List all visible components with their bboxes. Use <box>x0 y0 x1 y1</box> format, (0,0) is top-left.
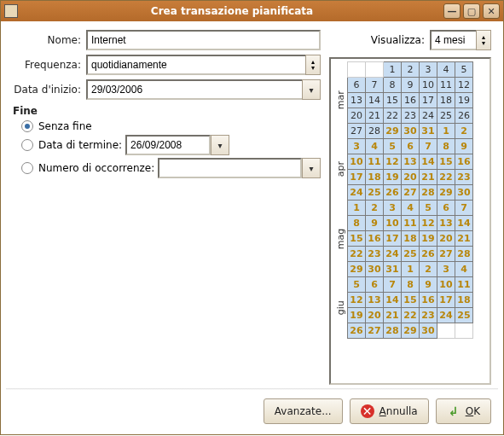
minimize-button[interactable]: — <box>443 3 461 19</box>
frequency-stepper[interactable]: ▴▾ <box>305 55 321 75</box>
calendar-day: 23 <box>420 308 437 323</box>
calendar-day: 23 <box>455 170 473 185</box>
view-months-stepper[interactable]: ▴▾ <box>476 30 491 50</box>
calendar-day: 30 <box>455 185 473 201</box>
calendar-day: 25 <box>402 247 420 262</box>
radio-end-date[interactable] <box>21 139 33 151</box>
cancel-button[interactable]: ✕ Annulla <box>350 398 429 424</box>
radio-no-end[interactable] <box>21 120 33 132</box>
calendar-day: 6 <box>348 78 366 93</box>
end-date-input[interactable] <box>125 135 211 155</box>
app-icon <box>4 4 18 18</box>
frequency-label: Frequenza: <box>13 59 81 71</box>
calendar-day: 24 <box>384 247 402 262</box>
calendar-day: 10 <box>348 154 366 170</box>
calendar-day: 10 <box>437 277 455 293</box>
calendar-day: 6 <box>366 277 384 293</box>
calendar-day: 15 <box>402 293 420 308</box>
calendar-day: 29 <box>348 262 366 277</box>
ok-button[interactable]: ↲ OK <box>436 398 491 424</box>
calendar-day: 4 <box>455 262 473 277</box>
advanced-button-label: Avanzate... <box>275 405 332 417</box>
calendar-day: 9 <box>455 139 473 154</box>
calendar-day: 5 <box>348 277 366 293</box>
radio-occurrences-label: Numero di occorrenze: <box>38 162 154 174</box>
window-title: Crea transazione pianificata <box>23 5 441 17</box>
calendar-day: 27 <box>348 124 366 139</box>
calendar-day: 29 <box>384 124 402 139</box>
calendar-day: 18 <box>437 93 455 108</box>
radio-occurrences[interactable] <box>21 162 33 174</box>
calendar-day: 17 <box>420 93 437 108</box>
calendar-day: 9 <box>402 78 420 93</box>
calendar-day: 3 <box>437 262 455 277</box>
calendar-day: 25 <box>455 308 473 323</box>
view-months-input[interactable] <box>430 30 476 50</box>
close-button[interactable]: ✕ <box>483 3 500 19</box>
calendar-day: 5 <box>420 201 437 216</box>
calendar-day: 13 <box>366 293 384 308</box>
calendar-day: 10 <box>384 216 402 231</box>
calendar-day: 28 <box>384 323 402 339</box>
calendar-day: 4 <box>366 139 384 154</box>
advanced-button[interactable]: Avanzate... <box>264 398 343 424</box>
calendar-day: 5 <box>384 139 402 154</box>
calendar-day: 16 <box>455 154 473 170</box>
calendar-day: 7 <box>455 201 473 216</box>
start-date-dropdown[interactable] <box>302 79 321 100</box>
calendar-day: 14 <box>384 293 402 308</box>
month-label: mar <box>333 61 347 138</box>
calendar-day: 18 <box>366 170 384 185</box>
month-label: mag <box>333 201 347 277</box>
calendar-day: 19 <box>420 231 437 247</box>
calendar-day: 13 <box>402 154 420 170</box>
calendar-day: 16 <box>420 293 437 308</box>
calendar-day: 1 <box>384 62 402 78</box>
calendar-day: 28 <box>420 185 437 201</box>
end-date-dropdown[interactable] <box>211 135 229 155</box>
occurrences-input[interactable] <box>158 158 302 178</box>
calendar-day: 15 <box>348 231 366 247</box>
radio-no-end-label: Senza fine <box>38 120 92 132</box>
end-group-label: Fine <box>13 105 321 117</box>
month-label: apr <box>333 138 347 200</box>
calendar-day: 20 <box>437 231 455 247</box>
calendar-day <box>366 62 384 78</box>
calendar-day: 15 <box>384 93 402 108</box>
calendar-day: 24 <box>348 185 366 201</box>
calendar-day: 7 <box>420 139 437 154</box>
start-date-input[interactable] <box>86 79 302 100</box>
calendar-day: 4 <box>437 62 455 78</box>
ok-button-label: OK <box>466 405 480 417</box>
calendar-day: 4 <box>402 201 420 216</box>
calendar-day: 21 <box>420 170 437 185</box>
name-input[interactable] <box>86 30 321 50</box>
calendar-day: 12 <box>455 78 473 93</box>
occurrences-dropdown[interactable] <box>302 158 321 178</box>
calendar-day: 10 <box>420 78 437 93</box>
calendar-day: 14 <box>366 93 384 108</box>
calendar-day: 20 <box>366 308 384 323</box>
month-label: giu <box>333 277 347 339</box>
calendar-day: 22 <box>437 170 455 185</box>
calendar-day: 27 <box>437 247 455 262</box>
calendar-day: 17 <box>384 231 402 247</box>
maximize-button[interactable]: ▢ <box>463 3 480 19</box>
calendar-day: 15 <box>437 154 455 170</box>
view-label: Visualizza: <box>371 34 425 46</box>
calendar-day: 23 <box>366 247 384 262</box>
calendar-day: 18 <box>455 293 473 308</box>
calendar-day: 19 <box>348 308 366 323</box>
calendar-day: 2 <box>402 62 420 78</box>
calendar-day: 12 <box>348 293 366 308</box>
calendar-day: 28 <box>455 247 473 262</box>
calendar-day: 3 <box>420 62 437 78</box>
frequency-select[interactable] <box>86 55 305 75</box>
calendar-day: 13 <box>348 93 366 108</box>
calendar-day: 30 <box>366 262 384 277</box>
calendar-day: 11 <box>366 154 384 170</box>
calendar-day: 1 <box>402 262 420 277</box>
calendar-day: 16 <box>366 231 384 247</box>
ok-icon: ↲ <box>447 404 461 418</box>
radio-end-date-label: Data di termine: <box>38 139 122 151</box>
